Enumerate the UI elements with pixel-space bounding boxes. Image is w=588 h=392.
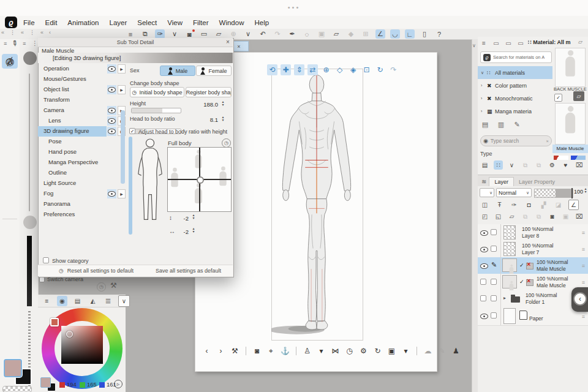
dialog-category[interactable]: Transform ▶ [38,95,126,105]
ratio-stepper[interactable]: ▴▾ [221,116,225,122]
layer-thumbnail[interactable] [503,308,516,324]
chevron-down-icon[interactable]: ∨ [118,295,130,307]
menu-filter[interactable]: Filter [193,19,209,26]
camera-rotate-icon[interactable]: ⟲ [267,64,277,75]
save-folder-icon[interactable]: ▱ [331,29,341,39]
sex-male-button[interactable]: Male [160,66,195,76]
density-slider[interactable] [27,236,32,306]
panel-pull-handle[interactable]: ‹ [571,287,588,312]
pin-icon[interactable]: ✑ [510,200,519,209]
menu-layer[interactable]: Layer [110,19,127,26]
close-icon[interactable]: × [237,43,240,50]
collapse-icon[interactable]: ⋮ [10,29,15,36]
menu-animation[interactable]: Animation [67,19,99,26]
dialog-category[interactable]: Fog ▶ [38,189,126,199]
hand-pose-icon[interactable]: ✎ [437,347,447,356]
sv-selector[interactable] [66,331,73,337]
expand-arrow-icon[interactable]: ▶ [118,189,126,198]
timeline-icon[interactable]: ◷ [97,282,106,292]
layer-thumbnail[interactable] [503,225,516,239]
redo-icon[interactable]: ↷ [273,29,282,39]
tree-color-pattern[interactable]: › ✖ Color pattern [478,79,552,92]
delete-folder-icon[interactable]: ▥ [496,120,506,129]
dialog-category[interactable]: Pose ▶ [38,137,126,147]
eye-icon[interactable] [480,263,488,269]
new-folder-icon[interactable]: ▱ [507,212,516,221]
opacity-value[interactable]: 100 [574,189,583,195]
clip-below-icon[interactable]: ◫ [480,200,489,209]
slider-settings-icon[interactable]: ⋮ [32,40,38,47]
ratio-value[interactable]: 8.1 [197,116,218,123]
ruler-off-icon[interactable]: ∠ [568,200,579,210]
layer-checkbox[interactable] [491,246,497,252]
eye-icon[interactable] [107,106,116,115]
hue-ring-selector[interactable] [50,318,59,326]
grip-icon[interactable]: ≡ [582,246,585,252]
menu-select[interactable]: Select [137,19,157,26]
chevron-down-icon[interactable]: ∨ [243,29,253,39]
grip-icon[interactable]: ≡ [582,279,585,285]
prev-figure-icon[interactable]: ‹ [202,347,211,356]
dialog-scrollbar[interactable] [121,110,125,184]
fill-icon[interactable]: ◆ [346,29,356,39]
layer-row[interactable]: 100 %Normal Layer 8 ≡ [478,224,588,241]
object-move-icon[interactable]: ⊕ [321,64,331,75]
transfer-layer-icon[interactable]: ⧉ [521,212,530,221]
menu-help[interactable]: Help [254,19,269,26]
rename-folder-icon[interactable]: ✎ [512,120,522,129]
horizontal-offset-value[interactable]: -2 [178,228,189,235]
layer-checkbox[interactable] [491,312,497,318]
default-body-icon[interactable]: ▣ [387,347,396,356]
blend-mode-dropdown[interactable]: Normal∨ [496,188,532,197]
chevron-down-icon[interactable]: ▾ [401,347,410,356]
type-search-box[interactable]: ◉ Type search × [480,135,552,146]
camera-zoom-icon[interactable]: ⇕ [294,64,304,75]
grid-view-icon[interactable]: ∷ [494,160,503,170]
pose-scanner-icon[interactable]: ♟ [451,347,461,356]
dialog-category[interactable]: Mouse/Gestures ▶ [38,74,126,85]
panel-tab-icon[interactable]: ▭ [492,39,500,48]
help-icon[interactable]: ? [434,29,444,39]
gear-icon[interactable]: ⚙ [548,160,557,170]
grid-crosshair[interactable] [197,176,204,184]
corner-panel-icon[interactable]: ▱ [578,39,582,45]
apply-mask-icon[interactable]: ▣ [561,212,570,221]
new-layer-dialog-icon[interactable]: ◱ [494,212,503,221]
fit-view-icon[interactable]: ⌖ [266,347,276,356]
add-zoom-icon[interactable]: ⊕ [228,29,238,39]
show-category-checkbox[interactable] [43,257,49,263]
frame-border-tool[interactable]: ⊿ [2,54,18,69]
save-all-button[interactable]: Save all settings as default [156,268,221,274]
new-canvas-icon[interactable]: ▭ [199,29,209,39]
lock-icon[interactable]: ◘ [524,200,533,209]
layer-mask-icon[interactable]: ◙ [548,212,557,221]
separator[interactable] [417,347,417,355]
eye-icon[interactable] [480,230,488,236]
adjust-ratio-checkbox[interactable]: ✓ [129,128,135,134]
dialog-category[interactable]: Outline ▶ [38,168,126,178]
close-icon[interactable]: × [224,38,232,46]
menu-view[interactable]: View [167,19,183,26]
crop-icon[interactable]: ⊞ [361,29,371,39]
heart-icon[interactable]: ♥ [561,160,570,170]
next-figure-icon[interactable]: › [216,347,225,356]
eye-icon[interactable] [480,314,488,319]
sex-female-button[interactable]: Female [196,66,232,76]
eye-icon[interactable] [107,64,116,74]
ground-level-icon[interactable]: ⚓ [281,347,290,356]
visibility-checkbox[interactable] [480,279,486,285]
chevron-down-icon[interactable]: ▾ [317,347,326,356]
dialog-category[interactable]: Panorama ▶ [38,199,126,209]
screenshot-icon[interactable]: ◙ [184,29,194,39]
collapse-icon[interactable]: « [21,29,24,36]
menu-window[interactable]: Window [219,19,244,26]
camera-roll-icon[interactable]: ⇄ [307,64,318,75]
hamburger-icon[interactable]: ≡ [42,296,52,306]
material-search-box[interactable]: ϱ Search for materials on A [480,51,552,63]
chevron-down-icon[interactable]: ∨ [507,160,516,170]
wrench-icon[interactable]: ⚒ [110,281,117,290]
eye-icon[interactable] [107,189,116,198]
tab-layer[interactable]: Layer [489,177,514,186]
collapse-icon[interactable]: « [40,29,43,36]
layer-checkbox[interactable] [491,229,497,235]
